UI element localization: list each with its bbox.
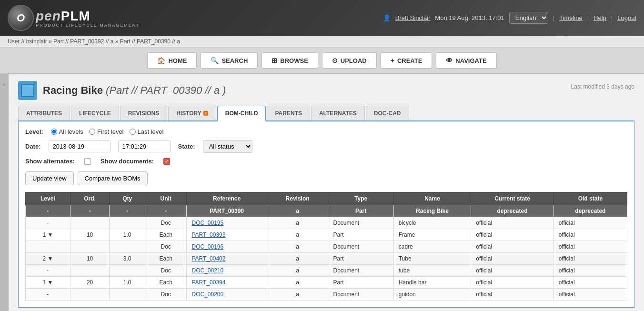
part-subtitle: (Part // PART_00390 // a ) [106, 84, 226, 96]
col-current-state: Current state [471, 192, 553, 205]
part-title-row: Racing Bike (Part // PART_00390 // a ) L… [18, 81, 634, 100]
table-row: 2 ▼103.0EachPART_00402aPartTubeofficialo… [26, 253, 627, 265]
bom-content: Level: All levels First level Last level [18, 121, 634, 308]
table-row: -DocDOC_00196aDocumentcadreofficialoffic… [26, 241, 627, 253]
action-buttons: Update view Compare two BOMs [25, 171, 627, 185]
table-row: 1 ▼201.0EachPART_00394aPartHandle baroff… [26, 277, 627, 289]
filter-date-row: Date: State: All status official draft d… [25, 140, 627, 153]
header-right: 👤 Brett Sinclair Mon 19 Aug. 2013, 17:01… [383, 12, 636, 24]
search-icon: 🔍 [211, 57, 219, 64]
update-view-button[interactable]: Update view [25, 171, 74, 185]
home-button[interactable]: 🏠 HOME [147, 52, 197, 69]
show-alternates-label: Show alternates: [25, 158, 75, 165]
navigate-icon: 👁 [446, 57, 453, 64]
upload-icon: ⊙ [332, 57, 338, 64]
search-button[interactable]: 🔍 SEARCH [201, 52, 258, 69]
logout-link[interactable]: Logout [617, 14, 636, 21]
navigate-button[interactable]: 👁 NAVIGATE [436, 52, 496, 69]
filter-checkboxes-row: Show alternates: Show documents: [25, 158, 627, 165]
browse-icon: ⊞ [272, 57, 277, 64]
tab-doc-cad[interactable]: DOC-CAD [366, 106, 409, 120]
side-tab-label: + [1, 83, 7, 86]
bom-table: Level Ord. Qty Unit Reference Revision T… [25, 192, 627, 301]
col-revision: Revision [267, 192, 328, 205]
col-ord: Ord. [70, 192, 110, 205]
header-datetime: Mon 19 Aug. 2013, 17:01 [435, 14, 504, 21]
user-icon: 👤 [383, 14, 391, 21]
tab-lifecycle[interactable]: LIFECYCLE [71, 106, 119, 120]
tab-revisions[interactable]: REVISIONS [120, 106, 167, 120]
logo-text: penPLM PRODUCT LIFECYCLE MANAGEMENT [36, 9, 140, 28]
radio-first-level[interactable]: First level [89, 128, 124, 135]
filter-level-row: Level: All levels First level Last level [25, 128, 627, 135]
create-icon: + [391, 57, 394, 64]
tab-alternates[interactable]: ALTERNATES [311, 106, 365, 120]
state-label: State: [178, 143, 195, 150]
col-qty: Qty [110, 192, 145, 205]
level-label: Level: [25, 128, 43, 135]
col-level: Level [26, 192, 70, 205]
show-documents-label: Show documents: [101, 158, 154, 165]
table-row: -DocDOC_00200aDocumentguidonofficialoffi… [26, 289, 627, 301]
show-documents-checkbox[interactable] [163, 158, 170, 165]
col-old-state: Old state [553, 192, 627, 205]
level-radio-group: All levels First level Last level [51, 128, 164, 135]
date-input[interactable] [49, 140, 111, 152]
nav-bar: 🏠 HOME 🔍 SEARCH ⊞ BROWSE ⊙ UPLOAD + CREA… [0, 48, 644, 74]
app-subtitle: PRODUCT LIFECYCLE MANAGEMENT [36, 23, 140, 28]
create-button[interactable]: + CREATE [381, 52, 433, 69]
side-tab[interactable]: + [0, 74, 9, 311]
help-link[interactable]: Help [594, 14, 606, 21]
app-name: penPLM [36, 9, 140, 24]
table-row-root: - - - - PART_00390 a Part Racing Bike de… [26, 205, 627, 217]
rss-icon: r [203, 111, 208, 116]
user-link[interactable]: Brett Sinclair [395, 14, 431, 21]
logo-circle: O [8, 5, 34, 31]
time-input[interactable] [118, 140, 171, 152]
tab-bom-child[interactable]: BOM-CHILD [217, 106, 266, 121]
table-row: 1 ▼101.0EachPART_00393aPartFrameofficial… [26, 229, 627, 241]
main-content: Racing Bike (Part // PART_00390 // a ) L… [9, 74, 644, 311]
layout-wrapper: + Racing Bike (Part // PART_00390 // a )… [0, 74, 644, 311]
show-alternates-checkbox[interactable] [84, 158, 91, 165]
radio-all-levels[interactable]: All levels [51, 128, 83, 135]
logo-area: O penPLM PRODUCT LIFECYCLE MANAGEMENT [8, 5, 140, 31]
table-row: -DocDOC_00195aDocumentbicycleofficialoff… [26, 217, 627, 229]
date-label: Date: [25, 143, 41, 150]
state-select[interactable]: All status official draft deprecated [203, 140, 252, 153]
table-row: -DocDOC_00210aDocumenttubeofficialoffici… [26, 265, 627, 277]
timeline-link[interactable]: Timeline [559, 14, 583, 21]
part-title: Racing Bike (Part // PART_00390 // a ) [43, 84, 226, 97]
tabs-row: ATTRIBUTES LIFECYCLE REVISIONS HISTORY r… [18, 106, 634, 121]
part-icon-inner [21, 84, 34, 97]
tab-attributes[interactable]: ATTRIBUTES [18, 106, 70, 120]
upload-button[interactable]: ⊙ UPLOAD [322, 52, 377, 69]
last-modified: Last modified 3 days ago [571, 81, 634, 90]
home-icon: 🏠 [157, 57, 165, 64]
part-icon [18, 81, 37, 100]
radio-last-level[interactable]: Last level [130, 128, 164, 135]
col-reference: Reference [187, 192, 267, 205]
col-type: Type [328, 192, 393, 205]
logo-letter: O [17, 12, 25, 24]
browse-button[interactable]: ⊞ BROWSE [262, 52, 318, 69]
col-name: Name [393, 192, 471, 205]
tab-parents[interactable]: PARENTS [267, 106, 310, 120]
compare-two-boms-button[interactable]: Compare two BOMs [78, 171, 148, 185]
tab-history[interactable]: HISTORY r [168, 106, 216, 120]
breadcrumb: User // bsinclair » Part // PART_00392 /… [0, 36, 644, 48]
col-unit: Unit [145, 192, 187, 205]
top-header: O penPLM PRODUCT LIFECYCLE MANAGEMENT 👤 … [0, 0, 644, 36]
language-select[interactable]: English [509, 12, 548, 24]
